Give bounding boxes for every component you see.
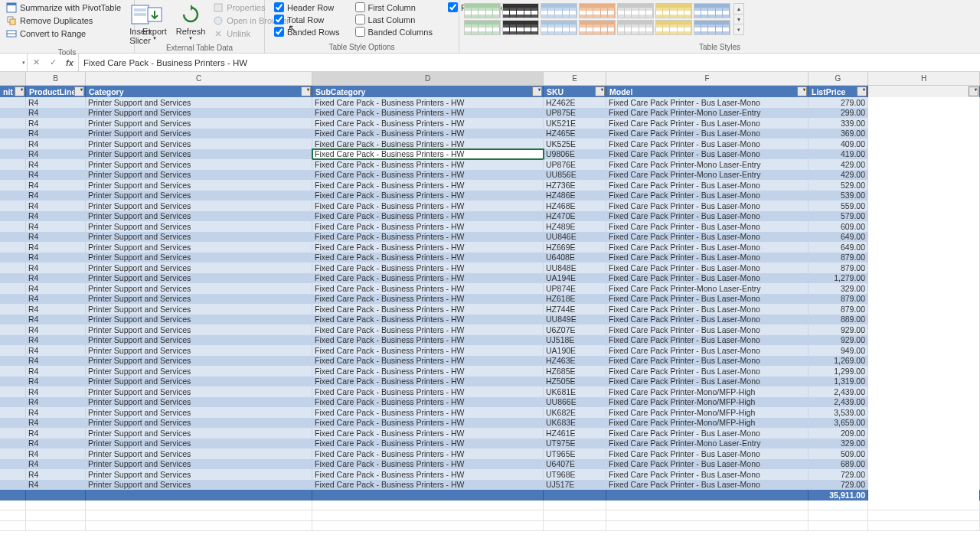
data-cell[interactable]: Fixed Care Pack Printer - Bus Laser-Mono (606, 428, 808, 439)
data-cell[interactable] (0, 418, 26, 429)
data-cell[interactable]: Printer Support and Services (86, 324, 312, 335)
data-cell[interactable]: Fixed Care Pack - Business Printers - HW (312, 232, 544, 243)
data-cell[interactable]: 429.00 (808, 170, 868, 181)
data-cell[interactable]: Printer Support and Services (86, 304, 312, 315)
data-cell[interactable]: Fixed Care Pack Printer - Bus Laser-Mono (606, 180, 808, 191)
name-box[interactable] (0, 54, 28, 71)
col-header-cell[interactable]: Model (606, 86, 808, 97)
data-cell[interactable]: R4 (26, 480, 86, 491)
data-cell[interactable] (0, 294, 26, 305)
banded-columns-checkbox[interactable]: Banded Columns (349, 26, 439, 37)
data-cell[interactable]: Fixed Care Pack Printer-Mono/MFP-High (606, 418, 808, 429)
data-cell[interactable]: Fixed Care Pack - Business Printers - HW (312, 356, 544, 367)
empty-cell[interactable] (868, 500, 980, 511)
data-cell[interactable]: Printer Support and Services (86, 366, 312, 377)
data-cell[interactable]: Printer Support and Services (86, 170, 312, 181)
data-cell[interactable]: 339.00 (808, 118, 868, 129)
data-cell[interactable] (0, 211, 26, 222)
data-cell[interactable]: Printer Support and Services (86, 386, 312, 397)
data-cell[interactable] (0, 149, 26, 160)
data-cell[interactable]: R4 (26, 304, 86, 315)
data-cell[interactable]: UU848E (544, 262, 606, 273)
data-cell[interactable]: Printer Support and Services (86, 439, 312, 449)
data-cell[interactable]: UP875E (544, 108, 606, 119)
data-cell[interactable]: R4 (26, 315, 86, 325)
empty-cell[interactable] (606, 521, 808, 532)
data-cell[interactable]: Fixed Care Pack - Business Printers - HW (312, 139, 544, 149)
data-cell[interactable]: Fixed Care Pack - Business Printers - HW (312, 283, 544, 294)
data-cell[interactable]: Printer Support and Services (86, 428, 312, 439)
data-cell[interactable]: Fixed Care Pack Printer - Bus Laser-Mono (606, 324, 808, 335)
data-cell[interactable] (0, 448, 26, 459)
data-cell[interactable]: Fixed Care Pack Printer - Bus Laser-Mono (606, 480, 808, 491)
data-cell[interactable]: R4 (26, 324, 86, 335)
data-cell[interactable]: Fixed Care Pack Printer - Bus Laser-Mono (606, 294, 808, 305)
data-cell[interactable]: R4 (26, 211, 86, 222)
data-cell[interactable]: UP874E (544, 283, 606, 294)
data-cell[interactable]: Fixed Care Pack - Business Printers - HW (312, 118, 544, 129)
data-cell[interactable]: Fixed Care Pack Printer - Bus Laser-Mono (606, 149, 808, 160)
data-cell[interactable]: 649.00 (808, 242, 868, 253)
data-cell[interactable]: Printer Support and Services (86, 397, 312, 408)
data-cell[interactable]: Fixed Care Pack - Business Printers - HW (312, 201, 544, 211)
data-cell[interactable]: R4 (26, 118, 86, 129)
data-cell[interactable] (0, 469, 26, 480)
empty-cell[interactable] (86, 500, 312, 511)
table-style-swatch[interactable] (655, 20, 692, 35)
data-cell[interactable]: Fixed Care Pack Printer - Bus Laser-Mono (606, 345, 808, 356)
data-cell[interactable] (0, 335, 26, 346)
data-cell[interactable]: Printer Support and Services (86, 232, 312, 243)
data-cell[interactable]: Fixed Care Pack - Business Printers - HW (312, 304, 544, 315)
data-cell[interactable]: Printer Support and Services (86, 335, 312, 346)
data-cell[interactable] (0, 428, 26, 439)
data-cell[interactable]: 1,299.00 (808, 366, 868, 377)
total-row-checkbox[interactable]: Total Row (268, 14, 346, 25)
data-cell[interactable]: Printer Support and Services (86, 283, 312, 294)
empty-cell[interactable] (312, 500, 544, 511)
data-cell[interactable]: HZ461E (544, 428, 606, 439)
data-cell[interactable]: 879.00 (808, 262, 868, 273)
header-row-checkbox[interactable]: Header Row (268, 2, 346, 13)
data-cell[interactable]: Fixed Care Pack Printer - Bus Laser-Mono (606, 191, 808, 201)
gallery-down-button[interactable]: ▼ (734, 15, 743, 25)
data-cell[interactable] (0, 97, 26, 108)
data-cell[interactable]: Printer Support and Services (86, 315, 312, 325)
data-cell[interactable]: 559.00 (808, 201, 868, 211)
data-cell[interactable] (0, 273, 26, 284)
data-cell[interactable] (0, 118, 26, 129)
data-cell[interactable]: Fixed Care Pack - Business Printers - HW (312, 386, 544, 397)
data-cell[interactable]: 649.00 (808, 232, 868, 243)
data-cell[interactable] (0, 397, 26, 408)
data-cell[interactable]: R4 (26, 356, 86, 367)
data-cell[interactable] (0, 232, 26, 243)
data-cell[interactable] (0, 480, 26, 491)
data-cell[interactable]: UJ517E (544, 480, 606, 491)
data-cell[interactable] (0, 242, 26, 253)
data-cell[interactable] (0, 262, 26, 273)
data-cell[interactable]: Printer Support and Services (86, 211, 312, 222)
data-cell[interactable]: HZ462E (544, 97, 606, 108)
data-cell[interactable]: Fixed Care Pack Printer - Bus Laser-Mono (606, 118, 808, 129)
data-cell[interactable]: 369.00 (808, 129, 868, 139)
data-cell[interactable]: Fixed Care Pack Printer-Mono Laser-Entry (606, 439, 808, 449)
data-cell[interactable]: Printer Support and Services (86, 262, 312, 273)
col-header[interactable]: H (868, 72, 980, 85)
data-cell[interactable]: R4 (26, 469, 86, 480)
data-cell[interactable]: Fixed Care Pack Printer-Mono Laser-Entry (606, 108, 808, 119)
first-column-checkbox[interactable]: First Column (349, 2, 439, 13)
table-style-swatch[interactable] (579, 20, 616, 35)
data-cell[interactable]: Printer Support and Services (86, 345, 312, 356)
banded-rows-checkbox[interactable]: Banded Rows (268, 26, 346, 37)
data-cell[interactable]: 2,439.00 (808, 386, 868, 397)
data-cell[interactable]: 729.00 (808, 469, 868, 480)
data-cell[interactable] (0, 304, 26, 315)
data-cell[interactable]: R4 (26, 129, 86, 139)
col-header[interactable]: D (312, 72, 544, 85)
data-cell[interactable]: U9806E (544, 149, 606, 160)
data-cell[interactable]: UK681E (544, 386, 606, 397)
data-cell[interactable]: Fixed Care Pack Printer - Bus Laser-Mono (606, 242, 808, 253)
data-cell[interactable]: R4 (26, 439, 86, 449)
data-cell[interactable]: Fixed Care Pack Printer - Bus Laser-Mono (606, 448, 808, 459)
data-cell[interactable]: UK525E (544, 139, 606, 149)
data-cell[interactable]: Fixed Care Pack Printer-Mono/MFP-High (606, 407, 808, 418)
